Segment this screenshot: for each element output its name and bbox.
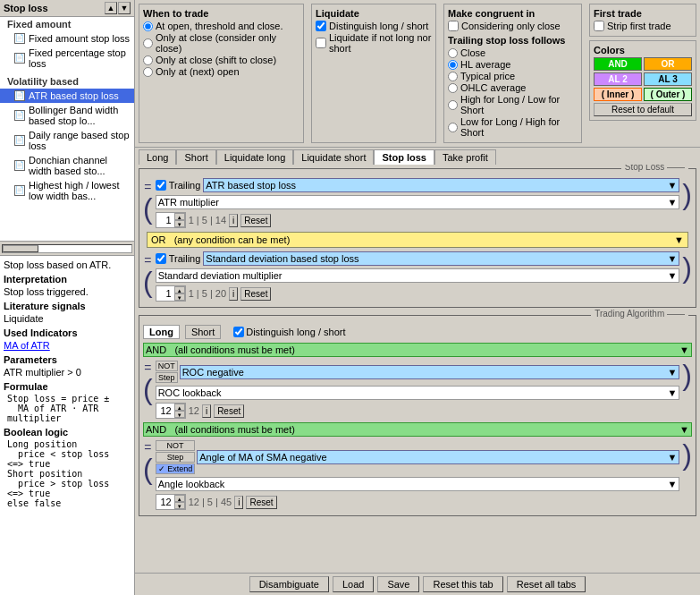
trailing-high-long-input[interactable] [448, 100, 458, 110]
atr-reset-btn[interactable]: Reset [240, 214, 271, 227]
stddev-reset-btn[interactable]: Reset [240, 287, 271, 301]
atr-info-btn[interactable]: i [229, 214, 238, 227]
trailing-close-row[interactable]: Close [448, 47, 578, 58]
radio-at-open[interactable]: At open, threshold and close. [143, 21, 299, 31]
tab-liquidate-long[interactable]: Liquidate long [216, 149, 294, 165]
trailing-hl-avg-input[interactable] [448, 60, 458, 70]
angle-spinner[interactable]: 12 ▲ ▼ [156, 494, 186, 510]
roc-not-btn[interactable]: NOT [156, 361, 178, 371]
stddev-type-dropdown[interactable]: Standard deviation based stop loss ▼ [203, 251, 679, 266]
trailing-typical-input[interactable] [448, 72, 458, 81]
stddev-spinner-down[interactable]: ▼ [174, 293, 185, 301]
tree-item-daily-range-stop-loss[interactable]: 📄 Daily range based stop loss [0, 128, 134, 153]
radio-only-next-open[interactable]: Only at (next) open [143, 66, 299, 77]
considering-only-close-checkbox[interactable] [448, 21, 459, 31]
radio-only-close-consider[interactable]: Only at close (consider only close) [143, 32, 299, 54]
algo-tab-long[interactable]: Long [143, 325, 180, 339]
tab-liquidate-short[interactable]: Liquidate short [293, 149, 374, 165]
liquidate-distinguish-row[interactable]: Distinguish long / short [316, 21, 432, 31]
info-ma-of-atr-link[interactable]: MA of ATR [4, 340, 131, 351]
stddev-spinner-up[interactable]: ▲ [174, 286, 185, 293]
liquidate-distinguish-checkbox[interactable] [316, 21, 326, 31]
color-or-btn[interactable]: OR [644, 57, 692, 71]
roc-info-btn[interactable]: i [202, 404, 211, 418]
reset-this-tab-btn[interactable]: Reset this tab [423, 576, 502, 592]
angle-not-btn[interactable]: NOT [156, 440, 196, 451]
angle-step-btn[interactable]: Step [156, 452, 196, 463]
radio-only-close-consider-input[interactable] [143, 38, 153, 48]
atr-spinner-up[interactable]: ▲ [174, 213, 185, 220]
roc-spinner-up[interactable]: ▲ [174, 404, 185, 411]
algo-and-2-dropdown[interactable]: AND (all conditions must be met) ▼ [143, 422, 692, 437]
trailing-close-input[interactable] [448, 48, 458, 58]
trailing-ohlc-input[interactable] [448, 83, 458, 93]
algo-tab-short[interactable]: Short [185, 325, 221, 339]
scroll-down-btn[interactable]: ▼ [118, 2, 131, 14]
roc-lookback-dropdown[interactable]: ROC lookback ▼ [156, 386, 680, 400]
considering-only-close-row[interactable]: Considering only close [448, 21, 578, 31]
liquidate-if-not-checkbox[interactable] [316, 38, 326, 48]
atr-type-dropdown[interactable]: ATR based stop loss ▼ [203, 178, 679, 192]
load-btn[interactable]: Load [333, 576, 374, 592]
roc-step-btn[interactable]: Step [156, 372, 178, 383]
angle-spinner-down[interactable]: ▼ [174, 502, 185, 509]
strip-first-trade-checkbox[interactable] [594, 21, 604, 31]
horizontal-scrollbar[interactable] [0, 241, 134, 255]
color-al3-btn[interactable]: AL 3 [644, 72, 692, 86]
color-inner-btn[interactable]: ( Inner ) [594, 88, 642, 101]
angle-spinner-up[interactable]: ▲ [174, 495, 185, 502]
atr-spinner-down[interactable]: ▼ [174, 220, 185, 227]
stddev-info-btn[interactable]: i [229, 287, 238, 301]
trailing-low-long-row[interactable]: Low for Long / High for Short [448, 116, 578, 138]
scroll-up-btn[interactable]: ▲ [105, 2, 117, 14]
angle-lookback-dropdown[interactable]: Angle lookback ▼ [156, 477, 680, 491]
save-btn[interactable]: Save [377, 576, 419, 592]
roc-type-dropdown[interactable]: ROC negative ▼ [180, 365, 680, 379]
trailing-ohlc-row[interactable]: OHLC average [448, 82, 578, 93]
color-outer-btn[interactable]: ( Outer ) [644, 88, 692, 101]
tree-item-bollinger-stop-loss[interactable]: 📄 Bollinger Band width based stop lo... [0, 103, 134, 128]
radio-at-open-input[interactable] [143, 21, 153, 31]
stddev-spinner[interactable]: 1 ▲ ▼ [156, 285, 186, 302]
angle-reset-btn[interactable]: Reset [246, 496, 276, 509]
stddev-spinner-btns[interactable]: ▲ ▼ [174, 286, 185, 301]
disambiguate-btn[interactable]: Disambiguate [249, 576, 329, 592]
trailing-typical-row[interactable]: Typical price [448, 71, 578, 81]
atr-spinner-btns[interactable]: ▲ ▼ [174, 213, 185, 227]
angle-type-dropdown[interactable]: Angle of MA of SMA negative ▼ [197, 450, 679, 464]
roc-reset-btn[interactable]: Reset [214, 404, 244, 418]
algo-distinguish-checkbox[interactable] [233, 327, 244, 337]
algo-and-1-dropdown[interactable]: AND (all conditions must be met) ▼ [143, 343, 692, 357]
roc-spinner[interactable]: 12 ▲ ▼ [156, 403, 186, 419]
trailing-low-long-input[interactable] [448, 123, 458, 132]
atr-multiplier-dropdown[interactable]: ATR multiplier ▼ [156, 195, 680, 209]
reset-colors-btn[interactable]: Reset to default [594, 103, 692, 116]
tab-stop-loss[interactable]: Stop loss [374, 149, 434, 165]
tree-item-atr-stop-loss[interactable]: 📄 ATR based stop loss [0, 89, 134, 103]
algo-distinguish-row[interactable]: Distinguish long / short [233, 327, 345, 337]
tab-long[interactable]: Long [139, 149, 176, 165]
angle-info-btn[interactable]: i [234, 496, 243, 509]
roc-spinner-btns[interactable]: ▲ ▼ [174, 404, 185, 418]
color-and-btn[interactable]: AND [594, 57, 642, 71]
atr-spinner[interactable]: 1 ▲ ▼ [156, 212, 186, 228]
tree-item-fixed-percentage-stop-loss[interactable]: 📄 Fixed percentage stop loss [0, 46, 134, 71]
trailing-hl-avg-row[interactable]: HL average [448, 59, 578, 70]
atr-trailing-checkbox[interactable] [156, 180, 166, 191]
tab-short[interactable]: Short [176, 149, 215, 165]
reset-all-tabs-btn[interactable]: Reset all tabs [507, 576, 586, 592]
color-al2-btn[interactable]: AL 2 [594, 72, 642, 86]
trailing-high-long-row[interactable]: High for Long / Low for Short [448, 94, 578, 115]
liquidate-if-not-row[interactable]: Liquidate if not long nor short [316, 32, 432, 54]
tab-take-profit[interactable]: Take profit [434, 149, 496, 165]
radio-only-next-open-input[interactable] [143, 67, 153, 77]
tree-item-donchian-stop-loss[interactable]: 📄 Donchian channel width based sto... [0, 153, 134, 178]
radio-only-close-shift[interactable]: Only at close (shift to close) [143, 55, 299, 65]
stddev-multiplier-dropdown[interactable]: Standard deviation multiplier ▼ [156, 268, 680, 283]
stddev-trailing-checkbox[interactable] [156, 253, 166, 264]
radio-only-close-shift-input[interactable] [143, 55, 153, 65]
roc-spinner-down[interactable]: ▼ [174, 411, 185, 418]
tree-item-fixed-amount-stop-loss[interactable]: 📄 Fixed amount stop loss [0, 31, 134, 46]
strip-first-trade-row[interactable]: Strip first trade [594, 21, 692, 31]
angle-extend-btn[interactable]: ✓ Extend [156, 463, 196, 474]
